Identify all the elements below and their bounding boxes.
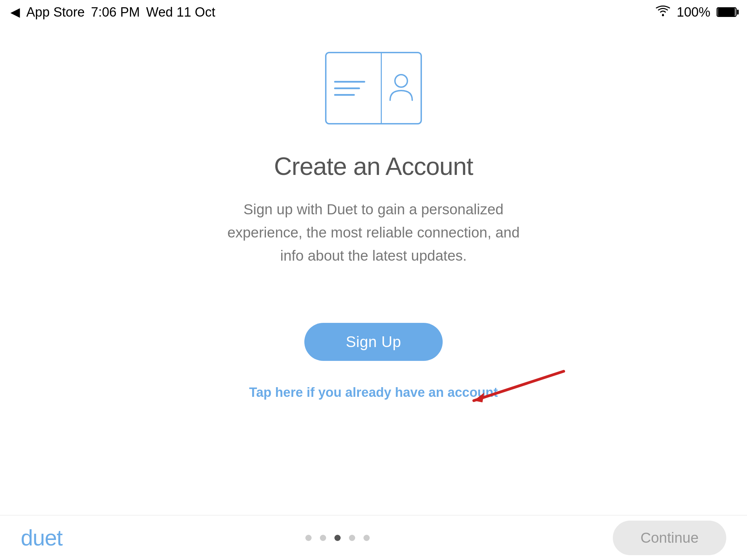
main-content: Create an Account Sign up with Duet to g… xyxy=(0,24,747,515)
status-bar: ◀ App Store 7:06 PM Wed 11 Oct 100% xyxy=(0,0,747,24)
status-time: 7:06 PM xyxy=(91,5,140,20)
icon-line-3 xyxy=(334,94,355,96)
svg-point-1 xyxy=(395,75,407,87)
svg-point-0 xyxy=(662,14,664,16)
icon-left-panel xyxy=(326,53,382,123)
back-arrow-icon[interactable]: ◀ xyxy=(10,5,20,19)
app-store-label: App Store xyxy=(26,5,85,20)
icon-right-panel xyxy=(382,53,421,123)
bottom-bar: duet Continue xyxy=(0,515,747,560)
duet-logo: duet xyxy=(21,525,63,551)
page-description: Sign up with Duet to gain a personalized… xyxy=(218,198,529,268)
signup-button[interactable]: Sign Up xyxy=(304,323,443,361)
status-right: 100% xyxy=(655,5,737,20)
dot-5 xyxy=(363,535,370,541)
continue-button[interactable]: Continue xyxy=(613,521,726,555)
page-dots xyxy=(305,535,370,541)
status-left: ◀ App Store 7:06 PM Wed 11 Oct xyxy=(10,5,215,20)
person-icon xyxy=(387,72,415,104)
svg-line-2 xyxy=(474,371,564,401)
icon-line-2 xyxy=(334,87,360,89)
battery-icon xyxy=(717,7,737,17)
red-arrow-icon xyxy=(432,368,578,409)
dot-4 xyxy=(349,535,355,541)
battery-percentage: 100% xyxy=(677,5,710,20)
app-icon xyxy=(325,52,422,124)
page-heading: Create an Account xyxy=(274,152,473,180)
dot-1 xyxy=(305,535,312,541)
svg-marker-3 xyxy=(474,393,484,402)
dot-2 xyxy=(320,535,326,541)
icon-line-1 xyxy=(334,81,365,83)
dot-3-active xyxy=(334,535,341,541)
wifi-icon xyxy=(655,5,671,19)
status-date: Wed 11 Oct xyxy=(146,5,215,20)
